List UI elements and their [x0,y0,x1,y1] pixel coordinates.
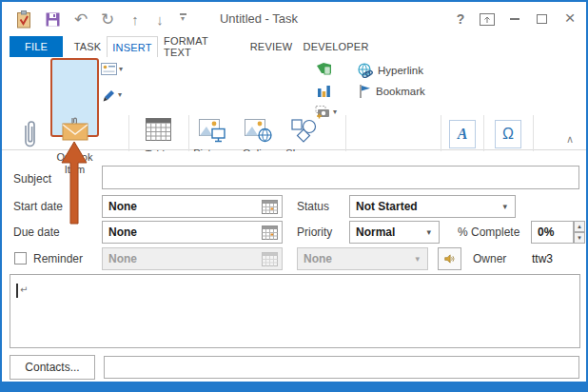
minimize-icon [510,18,519,20]
percent-complete-label: % Complete [458,225,519,239]
start-date-input[interactable]: None [102,195,283,218]
calendar-icon [262,252,278,266]
task-app-icon [14,9,33,29]
due-date-picker-button[interactable] [260,224,280,241]
signature-pen-icon [101,88,116,103]
speaker-icon [444,252,455,265]
business-card-button[interactable]: ▾ [101,63,123,75]
signature-button[interactable]: ▾ [101,88,122,103]
reminder-date-input: None [102,247,283,270]
chevron-down-icon: ▾ [415,254,420,264]
save-icon [46,12,60,27]
ribbon-tabs: FILE TASK INSERT FORMAT TEXT REVIEW DEVE… [2,36,586,57]
start-date-label: Start date [13,200,63,213]
outlook-item-envelope-icon [61,116,89,145]
ribbon: Attach File Outlook Item ▾ [2,57,586,150]
start-date-value: None [108,200,137,213]
calendar-icon [262,225,278,240]
tab-review[interactable]: REVIEW [245,36,297,57]
ribbon-display-options-button[interactable] [476,10,499,29]
chart-icon [317,84,331,98]
tab-task[interactable]: TASK [67,36,108,57]
pictures-icon [199,119,226,143]
task-body-editor[interactable]: ↵ [10,274,580,348]
ribbon-display-icon [480,13,495,26]
contacts-button[interactable]: Contacts... [10,355,95,380]
chevron-down-icon: ▾ [333,108,337,116]
owner-label: Owner [473,252,506,265]
chevron-down-icon: ▾ [502,202,507,211]
reminder-date-value: None [108,252,137,265]
reminder-checkbox[interactable] [14,252,27,265]
paperclip-icon [21,118,38,152]
due-date-value: None [108,225,137,239]
bookmark-label: Bookmark [376,86,425,97]
tab-developer[interactable]: DEVELOPER [304,36,367,57]
tab-file[interactable]: FILE [10,36,63,57]
minimize-button[interactable] [503,10,526,29]
tab-insert[interactable]: INSERT [107,36,158,57]
reminder-sound-button[interactable] [438,247,461,270]
screenshot-camera-icon [315,106,331,119]
status-dropdown[interactable]: Not Started ▾ [349,195,516,218]
contacts-input[interactable] [104,356,579,379]
reminder-label: Reminder [33,252,83,265]
subject-label: Subject [13,172,51,186]
window-bottom-border [2,382,586,390]
save-button[interactable] [43,10,62,29]
reminder-time-value: None [304,252,332,265]
start-date-picker-button[interactable] [260,198,280,215]
owner-value: ttw3 [532,252,553,265]
screenshot-button[interactable]: ▾ [315,106,337,119]
chevron-down-icon: ▾ [119,66,123,73]
window-title: Untitled - Task [154,11,363,26]
maximize-icon [537,14,547,24]
due-date-input[interactable]: None [102,221,283,244]
symbols-omega-icon: Ω [495,120,521,148]
reminder-time-dropdown: None ▾ [297,247,428,270]
hyperlink-icon [357,63,373,78]
percent-complete-input[interactable]: 0% [531,221,574,244]
help-button[interactable]: ? [451,10,470,29]
task-window: ↶ ↻ ↑ ↓ ▾ Untitled - Task ? × FILE TASK … [0,0,588,392]
percent-spin-down-button[interactable]: ▾ [574,232,585,244]
shapes-icon [291,119,317,143]
hyperlink-label: Hyperlink [378,65,423,76]
subject-input[interactable] [102,166,579,189]
chevron-down-icon: ▾ [426,227,431,237]
percent-spin-up-button[interactable]: ▴ [574,221,585,232]
smartart-button[interactable] [316,62,332,76]
status-label: Status [297,200,329,213]
business-card-icon [101,63,117,75]
chart-button[interactable] [317,84,331,98]
text-cursor [16,284,18,298]
titlebar: ↶ ↻ ↑ ↓ ▾ Untitled - Task ? × [2,2,586,36]
maximize-button[interactable] [530,10,553,29]
paragraph-mark-icon: ↵ [20,284,28,295]
close-button[interactable]: × [558,8,582,29]
smartart-icon [316,62,332,76]
priority-value: Normal [356,225,395,239]
status-value: Not Started [356,200,418,213]
text-icon: A [449,120,476,148]
redo-button[interactable]: ↻ [97,9,118,29]
chevron-down-icon: ▾ [118,91,122,99]
reminder-date-picker-button [260,250,280,267]
collapse-ribbon-button[interactable]: ∧ [561,133,578,147]
calendar-icon [262,200,278,214]
hyperlink-button[interactable]: Hyperlink [357,63,423,78]
move-up-button[interactable]: ↑ [126,9,145,29]
clipboard-check-icon [16,10,31,29]
bookmark-button[interactable]: Bookmark [358,84,425,99]
priority-dropdown[interactable]: Normal ▾ [349,221,440,244]
undo-button[interactable]: ↶ [70,9,91,29]
due-date-label: Due date [13,225,60,239]
online-pictures-icon [245,119,272,143]
table-icon [146,118,171,141]
priority-label: Priority [297,225,332,239]
tab-format-text[interactable]: FORMAT TEXT [164,36,238,57]
annotation-arrow [61,142,88,225]
bookmark-flag-icon [358,84,371,99]
